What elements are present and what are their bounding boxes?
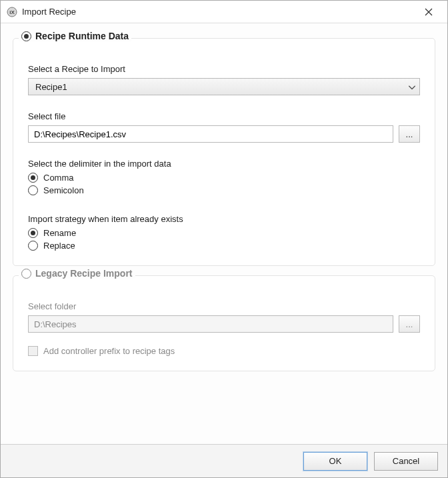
chevron-down-icon bbox=[409, 82, 415, 92]
radio-comma[interactable] bbox=[28, 173, 38, 183]
dialog-footer: OK Cancel bbox=[1, 444, 447, 477]
strategy-replace-label: Replace bbox=[43, 241, 75, 251]
legacy-group-title: Legacy Recipe Import bbox=[35, 268, 133, 279]
folder-path-input bbox=[28, 315, 393, 333]
runtime-data-group: Recipe Runtime Data Select a Recipe to I… bbox=[13, 38, 435, 266]
recipe-select[interactable]: Recipe1 bbox=[28, 78, 420, 95]
app-icon: iX bbox=[6, 6, 18, 18]
delimiter-option-comma[interactable]: Comma bbox=[28, 173, 420, 183]
titlebar: iX Import Recipe bbox=[1, 1, 447, 23]
strategy-option-rename[interactable]: Rename bbox=[28, 228, 420, 238]
legacy-group-header[interactable]: Legacy Recipe Import bbox=[19, 268, 135, 279]
delimiter-semicolon-label: Semicolon bbox=[43, 185, 84, 195]
window-title: Import Recipe bbox=[22, 7, 415, 17]
file-path-input[interactable] bbox=[28, 125, 393, 143]
svg-text:iX: iX bbox=[9, 9, 15, 15]
radio-semicolon[interactable] bbox=[28, 185, 38, 195]
strategy-section-label: Import strategy when item already exists bbox=[28, 214, 420, 224]
delimiter-option-semicolon[interactable]: Semicolon bbox=[28, 185, 420, 195]
dialog-body: Recipe Runtime Data Select a Recipe to I… bbox=[1, 23, 447, 444]
radio-rename[interactable] bbox=[28, 228, 38, 238]
mode-radio-runtime[interactable] bbox=[21, 31, 31, 41]
strategy-option-replace[interactable]: Replace bbox=[28, 241, 420, 251]
import-recipe-dialog: iX Import Recipe Recipe Runtime Data Sel… bbox=[0, 0, 448, 478]
browse-folder-button: ... bbox=[399, 315, 420, 333]
legacy-import-group: Legacy Recipe Import Select folder ... A… bbox=[13, 275, 435, 371]
runtime-group-header[interactable]: Recipe Runtime Data bbox=[19, 31, 131, 41]
cancel-button[interactable]: Cancel bbox=[374, 452, 438, 471]
radio-replace[interactable] bbox=[28, 241, 38, 251]
delimiter-section-label: Select the delimiter in the import data bbox=[28, 159, 420, 169]
mode-radio-legacy[interactable] bbox=[21, 269, 31, 279]
strategy-rename-label: Rename bbox=[43, 228, 76, 238]
runtime-group-title: Recipe Runtime Data bbox=[35, 31, 129, 41]
prefix-checkbox-row: Add controller prefix to recipe tags bbox=[28, 346, 420, 356]
select-file-label: Select file bbox=[28, 111, 420, 121]
prefix-checkbox bbox=[28, 346, 38, 356]
recipe-select-value: Recipe1 bbox=[35, 82, 67, 92]
ok-button[interactable]: OK bbox=[303, 452, 367, 471]
prefix-checkbox-label: Add controller prefix to recipe tags bbox=[43, 346, 175, 356]
browse-file-button[interactable]: ... bbox=[399, 125, 420, 143]
delimiter-comma-label: Comma bbox=[43, 173, 74, 183]
close-button[interactable] bbox=[415, 2, 442, 22]
select-folder-label: Select folder bbox=[28, 301, 420, 311]
close-icon bbox=[425, 8, 433, 16]
select-recipe-label: Select a Recipe to Import bbox=[28, 64, 420, 74]
